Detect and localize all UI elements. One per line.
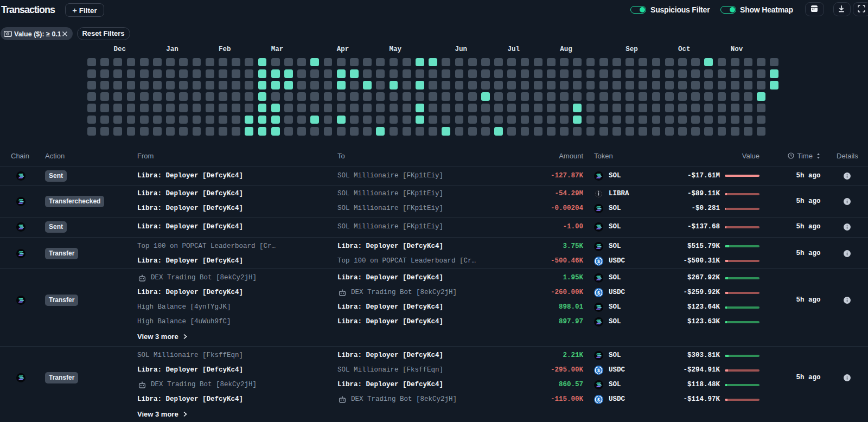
svg-text:$: $ (597, 258, 600, 264)
svg-text:$: $ (597, 397, 600, 402)
svg-text:$: $ (597, 290, 600, 296)
svg-text:$: $ (597, 368, 600, 373)
